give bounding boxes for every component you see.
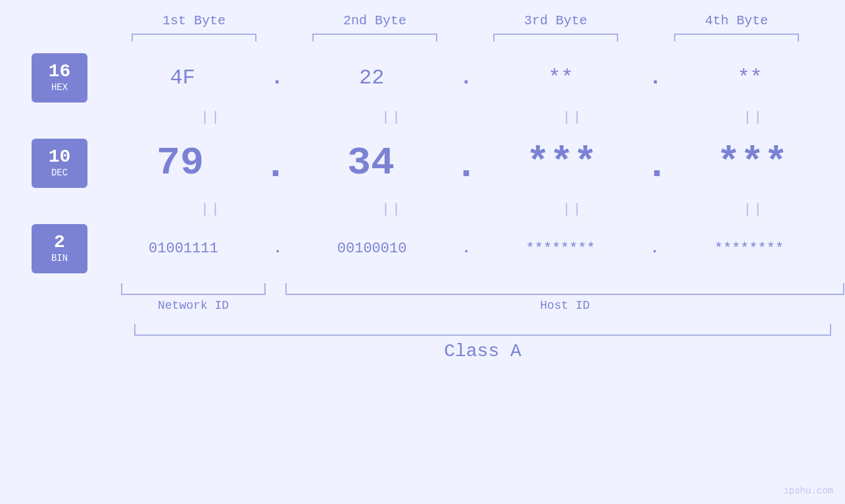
network-bracket <box>121 283 266 295</box>
bracket-byte1 <box>132 34 256 41</box>
eq5: || <box>149 202 274 217</box>
watermark: ipshu.com <box>783 486 833 496</box>
eq6: || <box>330 202 455 217</box>
hex-b3: ** <box>498 66 623 90</box>
dec-dot1: . <box>264 146 287 185</box>
network-id-label: Network ID <box>121 299 266 312</box>
dec-b1: 79 <box>118 141 243 185</box>
bin-dot2: . <box>462 241 470 257</box>
bottom-brackets <box>121 283 844 295</box>
bin-badge: 2 BIN <box>32 224 87 273</box>
bin-dot1: . <box>274 241 282 257</box>
bracket-byte4 <box>674 34 799 41</box>
bin-b1: 01001111 <box>121 241 246 257</box>
hex-values: 4F . 22 . ** . ** <box>87 66 845 90</box>
bin-b3: ******** <box>498 241 623 257</box>
hex-dot2: . <box>460 66 472 90</box>
bin-base-num: 2 <box>54 233 65 252</box>
bin-dot3: . <box>650 241 659 257</box>
byte3-header: 3rd Byte <box>483 13 628 28</box>
eq8: || <box>692 202 817 217</box>
bin-b2: 00100010 <box>310 241 435 257</box>
byte-headers-row: 1st Byte 2nd Byte 3rd Byte 4th Byte <box>104 13 827 28</box>
hex-base-num: 16 <box>49 62 71 81</box>
bin-row: 2 BIN 01001111 . 00100010 . ******** . *… <box>0 219 845 278</box>
bracket-byte3 <box>493 34 618 41</box>
dec-dot2: . <box>454 146 478 185</box>
eq7: || <box>511 202 636 217</box>
dec-row: 10 DEC 79 . 34 . *** . *** <box>0 127 845 199</box>
byte4-header: 4th Byte <box>664 13 809 28</box>
dec-badge: 10 DEC <box>32 139 87 188</box>
byte1-header: 1st Byte <box>122 13 266 28</box>
hex-row: 16 HEX 4F . 22 . ** . ** <box>0 48 845 107</box>
bracket-byte2 <box>312 34 437 41</box>
eq3: || <box>511 110 636 125</box>
bin-base-label: BIN <box>51 253 68 263</box>
class-bracket-container: Class A <box>134 324 831 361</box>
dec-dot3: . <box>645 146 669 185</box>
hex-b1: 4F <box>120 66 245 90</box>
top-brackets <box>104 34 827 41</box>
eq4: || <box>692 110 817 125</box>
dec-b4: *** <box>690 141 815 185</box>
host-bracket <box>285 283 844 295</box>
host-id-label: Host ID <box>285 299 844 312</box>
hex-dot1: . <box>271 66 283 90</box>
eq1: || <box>149 110 274 125</box>
hex-dot3: . <box>649 66 662 90</box>
hex-b4: ** <box>687 66 812 90</box>
dec-values: 79 . 34 . *** . *** <box>87 141 845 185</box>
dec-base-label: DEC <box>51 168 68 178</box>
equals-row-2: || || || || <box>121 199 844 219</box>
eq2: || <box>330 110 455 125</box>
dec-b3: *** <box>499 141 624 185</box>
byte2-header: 2nd Byte <box>302 13 447 28</box>
class-bracket <box>134 324 831 336</box>
bin-values: 01001111 . 00100010 . ******** . *******… <box>87 241 845 257</box>
bin-b4: ******** <box>687 241 811 257</box>
dec-base-num: 10 <box>49 148 71 166</box>
dec-b2: 34 <box>308 141 433 185</box>
main-container: 1st Byte 2nd Byte 3rd Byte 4th Byte 16 H… <box>0 0 845 504</box>
class-label: Class A <box>134 341 831 361</box>
id-labels-row: Network ID Host ID <box>121 299 844 312</box>
hex-base-label: HEX <box>51 82 68 93</box>
hex-badge: 16 HEX <box>32 53 87 103</box>
equals-row-1: || || || || <box>121 107 844 127</box>
hex-b2: 22 <box>309 66 434 90</box>
